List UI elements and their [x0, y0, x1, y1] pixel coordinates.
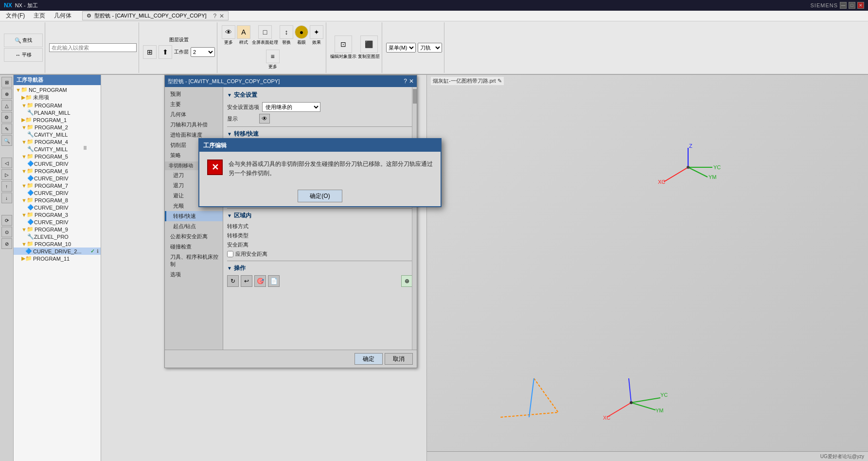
icon-btn-1[interactable]: ⊞: [1, 77, 12, 88]
icon-btn-5[interactable]: ✎: [1, 124, 12, 134]
tree-item-unused[interactable]: ▶ 📁 未用项: [14, 93, 101, 102]
maximize-btn[interactable]: □: [849, 2, 855, 9]
icon-btn-10[interactable]: ↓: [1, 193, 12, 203]
tree-item-prog9[interactable]: ▼ 📁 PROGRAM_9: [14, 226, 101, 233]
display-eye-btn[interactable]: 👁: [259, 114, 270, 124]
icon-btn-6[interactable]: 🔍: [1, 135, 12, 146]
tree-item-program[interactable]: ▼ 📁 PROGRAM: [14, 102, 101, 109]
tree-item-prog1[interactable]: ▶ 📁 PROGRAM_1: [14, 116, 101, 124]
safety-option-select[interactable]: 使用继承的: [262, 102, 320, 112]
dlg-nav-transfer-fast[interactable]: 转移/快速: [165, 211, 223, 221]
inner-apply-safe-row[interactable]: 应用安全距离: [227, 250, 413, 258]
copy-layer-btn[interactable]: ⬛: [360, 35, 378, 53]
tree-item-curve6[interactable]: 🔷 CURVE_DRIV: [14, 175, 101, 182]
tree-item-curve5[interactable]: 🔷 CURVE_DRIV: [14, 160, 101, 167]
postprocess-btn[interactable]: 📄: [268, 275, 280, 287]
divider-4: [227, 261, 413, 261]
tool-select[interactable]: 刀轨: [418, 43, 442, 53]
view-btn[interactable]: 👁: [222, 25, 235, 39]
icon-btn-13[interactable]: ⊘: [1, 238, 12, 249]
scroll-thumb[interactable]: [413, 89, 417, 104]
tree-item-prog2[interactable]: ▼ 📁 PROGRAM_2: [14, 124, 101, 131]
safety-section-header[interactable]: ▼ 安全设置: [227, 91, 413, 99]
icon-btn-9[interactable]: ↑: [1, 181, 12, 192]
icon-btn-11[interactable]: ⟳: [1, 215, 12, 226]
tree-item-prog8[interactable]: ▼ 📁 PROGRAM_8: [14, 196, 101, 204]
surface-btn[interactable]: □: [258, 25, 272, 39]
generate-btn[interactable]: ↻: [227, 275, 239, 287]
dialog-tab-title[interactable]: 型腔铣 - [CAVITY_MILL_COPY_COPY_COPY]: [94, 12, 206, 19]
dialog-ok-btn[interactable]: 确定: [354, 353, 383, 365]
icon-btn-4[interactable]: ⚙: [1, 112, 12, 123]
tree-item-prog4[interactable]: ▼ 📁 PROGRAM_4: [14, 138, 101, 145]
tree-item-prog5[interactable]: ▼ 📁 PROGRAM_5: [14, 153, 101, 160]
icon-btn-12[interactable]: ⊙: [1, 227, 12, 237]
tree-item-prog7[interactable]: ▼ 📁 PROGRAM_7: [14, 182, 101, 189]
tree-item-cavity4[interactable]: 🔧 CAVITY_MILL: [14, 145, 101, 153]
menu-home[interactable]: 主页: [30, 11, 49, 21]
dlg-nav-collision[interactable]: 碰撞检查: [165, 242, 223, 252]
tree-item-nc-program[interactable]: ▼ 📁 NC_PROGRAM: [14, 86, 101, 93]
dlg-nav-forecast[interactable]: 预测: [165, 89, 223, 99]
tree-scrollbar[interactable]: [84, 146, 87, 150]
svg-text:YC: YC: [660, 392, 668, 398]
sphere-btn[interactable]: ●: [295, 25, 308, 39]
edit-obj-btn[interactable]: ⊡: [335, 35, 352, 53]
icon-btn-7[interactable]: ◁: [1, 158, 12, 168]
find-btn[interactable]: 🔍 查找: [4, 34, 43, 47]
work-layer-select[interactable]: 2 1 3: [191, 47, 215, 57]
dlg-nav-start-end[interactable]: 起点/钻点: [165, 221, 223, 231]
warning-ok-btn[interactable]: 确定(O): [298, 190, 342, 202]
dlg-nav-tool-axis[interactable]: 刀轴和刀具补偿: [165, 120, 223, 130]
safety-arrow: ▼: [227, 92, 232, 98]
dlg-nav-main[interactable]: 主要: [165, 99, 223, 109]
nx-dialog-help[interactable]: ?: [404, 78, 407, 85]
replace-btn[interactable]: ↕: [280, 25, 293, 39]
tree-item-curve-drive2[interactable]: 🔷 CURVE_DRIVE_2... ✓ ℹ: [14, 248, 101, 255]
inner-apply-safe-checkbox[interactable]: [227, 251, 233, 257]
folder-icon-p9i: 📁: [27, 226, 34, 232]
menu-geometry[interactable]: 几何体: [50, 11, 75, 21]
tree-item-prog11[interactable]: ▶ 📁 PROGRAM_11: [14, 255, 101, 262]
icon-btn-8[interactable]: ▷: [1, 169, 12, 180]
dlg-nav-tools[interactable]: 刀具、程序和机床控制: [165, 252, 223, 269]
icon-btn-3[interactable]: △: [1, 100, 12, 111]
tree-item-prog3[interactable]: ▼ 📁 PROGRAM_3: [14, 211, 101, 218]
move-btn[interactable]: ↔ 平移: [4, 48, 43, 62]
mode-select[interactable]: 菜单(M): [386, 43, 416, 53]
extra-action-btn[interactable]: ⊕: [401, 275, 413, 287]
simulate-btn[interactable]: 🎯: [254, 275, 266, 287]
tree-item-planar[interactable]: 🔧 PLANAR_MILL: [14, 109, 101, 116]
nx-dialog-close-icon[interactable]: ✕: [409, 78, 414, 85]
dlg-nav-options[interactable]: 选项: [165, 269, 223, 280]
tree-item-prog10[interactable]: ▼ 📁 PROGRAM_10: [14, 240, 101, 248]
effects-btn[interactable]: ✦: [310, 25, 323, 39]
dlg-nav-tolerances[interactable]: 公差和安全距离: [165, 231, 223, 242]
dialog-close-btn[interactable]: ✕: [219, 13, 224, 19]
within-region-header[interactable]: ▼ 区域内: [227, 212, 413, 220]
transfer-fast-header[interactable]: ▼ 转移/快速: [227, 130, 413, 138]
dlg-nav-geometry[interactable]: 几何体: [165, 109, 223, 120]
tree-item-curve8[interactable]: 🔷 CURVE_DRIV: [14, 204, 101, 211]
minimize-btn[interactable]: —: [840, 2, 847, 9]
verify-btn[interactable]: ↩: [241, 275, 252, 287]
style-btn[interactable]: A: [237, 25, 250, 39]
tree-item-curve3[interactable]: 🔷 CURVE_DRIV: [14, 218, 101, 226]
title-bar: NX NX - 加工 SIEMENS — □ ✕: [0, 0, 868, 11]
actions-header[interactable]: ▼ 操作: [227, 264, 413, 272]
move-layer-btn[interactable]: ⬆: [159, 45, 172, 59]
dialog-scrollbar[interactable]: [412, 87, 417, 350]
icon-btn-2[interactable]: ⊕: [1, 89, 12, 99]
dialog-help-btn[interactable]: ?: [213, 13, 217, 19]
more-btn[interactable]: ≡: [266, 50, 280, 63]
menu-file[interactable]: 文件(F): [2, 11, 29, 21]
tree-item-zlevel[interactable]: 🔧 ZLEVEL_PRO: [14, 233, 101, 240]
close-btn[interactable]: ✕: [857, 2, 864, 9]
search-input[interactable]: [49, 43, 137, 52]
tree-item-cavity2[interactable]: 🔧 CAVITY_MILL: [14, 131, 101, 138]
svg-text:YC: YC: [713, 164, 721, 170]
tree-item-prog6[interactable]: ▼ 📁 PROGRAM_6: [14, 167, 101, 175]
tree-item-curve7[interactable]: 🔷 CURVE_DRIV: [14, 189, 101, 196]
dialog-cancel-btn[interactable]: 取消: [385, 353, 413, 365]
layer-settings-btn[interactable]: ⊞: [143, 45, 157, 59]
